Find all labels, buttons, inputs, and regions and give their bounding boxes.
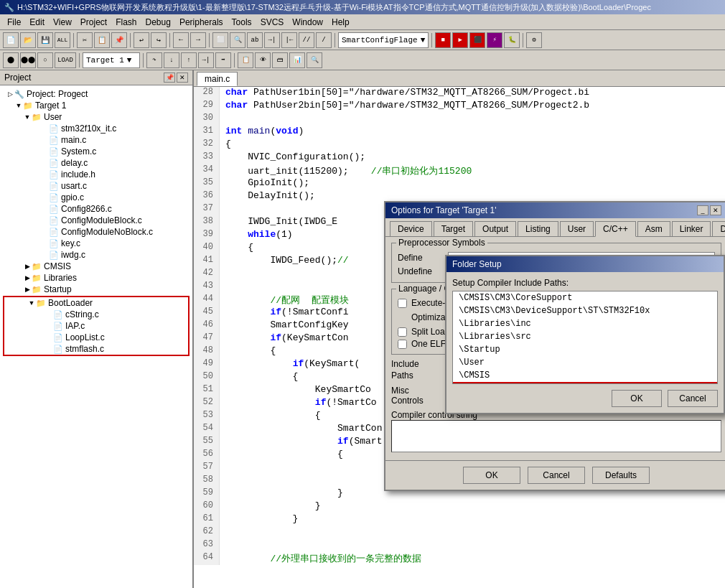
list-item[interactable]: 📄include.h [0, 169, 192, 180]
menu-svcs[interactable]: SVCS [256, 16, 289, 29]
compiler-control-textarea[interactable] [391, 420, 721, 452]
list-item[interactable]: \CMSIS\CM3\DeviceSupport\ST\STM32F10x [453, 304, 717, 317]
cut-btn[interactable]: ✂ [77, 32, 93, 48]
tree-target1[interactable]: ▼ 📁 Target 1 [0, 100, 192, 111]
copy-btn[interactable]: 📋 [94, 32, 110, 48]
trace-btn[interactable]: 🔍 [307, 52, 322, 68]
target2-dropdown[interactable]: Target 1 ▼ [83, 52, 140, 68]
save-btn[interactable]: 💾 [37, 32, 53, 48]
folder-setup-dialog[interactable]: Folder Setup Setup Compiler Include Path… [445, 255, 725, 414]
run-to-cursor-btn[interactable]: →| [198, 52, 214, 68]
dialog-close-btn[interactable]: ✕ [710, 205, 721, 215]
new-file-btn[interactable]: 📄 [3, 32, 19, 48]
menu-debug[interactable]: Debug [141, 16, 175, 29]
split-checkbox[interactable] [398, 327, 407, 337]
tab-listing[interactable]: Listing [518, 221, 558, 236]
ok-button[interactable]: OK [463, 467, 520, 484]
memory-btn[interactable]: 🗃 [272, 52, 288, 68]
flash-btn[interactable]: ⚡ [487, 32, 502, 48]
menu-peripherals[interactable]: Peripherals [175, 16, 228, 29]
find-btn[interactable]: 🔍 [230, 32, 245, 48]
tab-cc[interactable]: C/C++ [595, 221, 636, 237]
redo-btn[interactable]: ↪ [151, 32, 167, 48]
dialog-minimize-btn[interactable]: _ [697, 205, 708, 215]
list-item[interactable]: 📄IAP.c [4, 320, 188, 332]
menu-file[interactable]: File [3, 16, 25, 29]
list-item[interactable]: 📄gpio.c [0, 192, 192, 203]
tree-root[interactable]: ▷ 🔧 Project: Progect [0, 88, 192, 100]
tree-startup-folder[interactable]: ▶ 📁 Startup [0, 284, 192, 295]
paste-btn[interactable]: 📌 [111, 32, 127, 48]
tab-linker[interactable]: Linker [672, 221, 711, 236]
list-item[interactable]: \User [453, 356, 717, 369]
list-item[interactable]: \Libraries\src [453, 330, 717, 343]
load-icon-btn[interactable]: LOAD [55, 52, 76, 68]
exec-checkbox[interactable] [398, 299, 407, 308]
target-dropdown[interactable]: SmartConfigFlage ▼ [338, 32, 429, 48]
step-over-btn[interactable]: ↷ [146, 52, 162, 68]
folder-cancel-button[interactable]: Cancel [668, 390, 718, 407]
indent-btn[interactable]: →| [264, 32, 280, 48]
folder-ok-button[interactable]: OK [612, 390, 662, 407]
tab-main-c[interactable]: main.c [197, 72, 238, 86]
list-item-bootloader[interactable]: \BootLoader [453, 382, 717, 384]
list-item[interactable]: \CMSIS\CM3\CoreSupport [453, 291, 717, 304]
menu-window[interactable]: Window [288, 16, 327, 29]
list-item[interactable]: 📄ConfigModuleBlock.c [0, 215, 192, 226]
cancel-button[interactable]: Cancel [528, 467, 585, 484]
build-btn[interactable]: ■ [435, 32, 451, 48]
tree-libraries-folder[interactable]: ▶ 📁 Libraries [0, 272, 192, 284]
save-all-btn[interactable]: ALL [55, 32, 70, 48]
menu-flash[interactable]: Flash [111, 16, 141, 29]
list-item[interactable]: 📄LoopList.c [4, 332, 188, 343]
tab-debug[interactable]: Debug [712, 221, 725, 236]
undo-btn[interactable]: ↩ [134, 32, 149, 48]
list-item[interactable]: 📄delay.c [0, 157, 192, 169]
uncomment-btn[interactable]: / [316, 32, 332, 48]
step-out-btn[interactable]: ↑ [181, 52, 197, 68]
replace-btn[interactable]: ab [247, 32, 263, 48]
list-item[interactable]: \Libraries\inc [453, 317, 717, 330]
tree-user-folder[interactable]: ▼ 📁 User [0, 111, 192, 123]
open-file-btn[interactable]: 📂 [20, 32, 36, 48]
list-item[interactable]: 📄stmflash.c [4, 343, 188, 355]
menu-help[interactable]: Help [327, 16, 354, 29]
stop-btn[interactable]: ⬛ [469, 32, 485, 48]
debug-btn[interactable]: 🐛 [504, 32, 520, 48]
perf-btn[interactable]: 📊 [289, 52, 305, 68]
menu-view[interactable]: View [49, 16, 76, 29]
tab-user[interactable]: User [560, 221, 594, 236]
panel-pin-btn[interactable]: 📌 [164, 73, 175, 83]
list-item[interactable]: 📄usart.c [0, 180, 192, 192]
nav-fwd-btn[interactable]: → [190, 32, 206, 48]
nav-back-btn[interactable]: ← [173, 32, 189, 48]
options-btn[interactable]: ⚙ [526, 32, 542, 48]
disable-bp-btn[interactable]: ○ [37, 52, 53, 68]
tab-device[interactable]: Device [390, 221, 432, 236]
step-into-btn[interactable]: ↓ [164, 52, 179, 68]
defaults-button[interactable]: Defaults [592, 467, 650, 484]
list-item[interactable]: 📄iwdg.c [0, 249, 192, 261]
list-item[interactable]: 📄ConfigModuleNoBlock.c [0, 226, 192, 238]
folder-list[interactable]: \CMSIS\CM3\CoreSupport \CMSIS\CM3\Device… [452, 291, 718, 384]
menu-edit[interactable]: Edit [25, 16, 49, 29]
tree-cmsis-folder[interactable]: ▶ 📁 CMSIS [0, 261, 192, 272]
list-item[interactable]: 📄System.c [0, 146, 192, 157]
list-item[interactable]: 📄key.c [0, 238, 192, 249]
breakpoint-all-btn[interactable]: ⬤⬤ [20, 52, 36, 68]
watch-btn[interactable]: 👁 [255, 52, 271, 68]
run-btn[interactable]: ▶ [452, 32, 468, 48]
one-elf-checkbox[interactable] [398, 340, 407, 349]
tree-bootloader-folder[interactable]: ▼ 📁 BootLoader [4, 297, 188, 309]
menu-project[interactable]: Project [76, 16, 111, 29]
tab-target[interactable]: Target [434, 221, 473, 236]
list-item[interactable]: 📄Config8266.c [0, 203, 192, 215]
outdent-btn[interactable]: |← [281, 32, 297, 48]
breakpoint-list-btn[interactable]: 📋 [238, 52, 253, 68]
tab-output[interactable]: Output [474, 221, 516, 236]
show-next-btn[interactable]: ➡ [215, 52, 231, 68]
menu-tools[interactable]: Tools [228, 16, 256, 29]
bookmark-btn[interactable]: ⬜ [212, 32, 228, 48]
list-item[interactable]: 📄cString.c [4, 309, 188, 320]
list-item[interactable]: 📄main.c [0, 134, 192, 146]
